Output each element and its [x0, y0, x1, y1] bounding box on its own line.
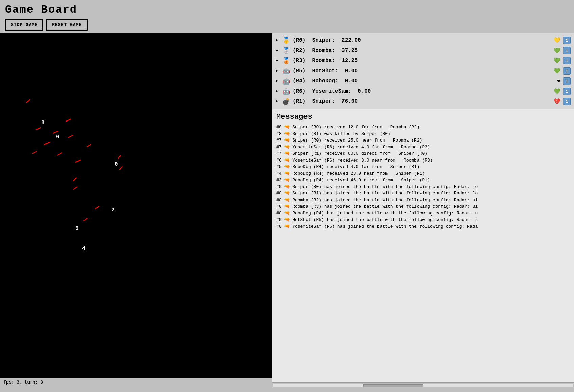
arrow-r4: ► — [276, 79, 280, 83]
reset-game-button[interactable]: RESET GAME — [46, 19, 88, 31]
scroll-area[interactable] — [272, 382, 574, 388]
message-line: #7 🔫 Sniper (R1) received 80.0 direct fr… — [276, 150, 570, 157]
message-line: #6 🔫 YosemiteSam (R6) received 8.0 near … — [276, 157, 570, 164]
heart-r1: 💔 — [554, 98, 560, 105]
name-r0: (R0) Sniper: 222.00 — [293, 37, 551, 43]
message-line: #0 🔫 Roomba (R2) has joined the battle w… — [276, 197, 570, 204]
bullet-2 — [36, 128, 41, 130]
messages-section: Messages #8 🔫 Sniper (R0) received 12.0 … — [272, 109, 574, 382]
name-r6: (R6) YosemiteSam: 0.00 — [293, 88, 551, 94]
tank-label-5: 5 — [75, 226, 79, 232]
info-r5[interactable]: i — [563, 67, 571, 75]
bullet-1 — [26, 99, 30, 103]
icon-r4: 🤖 — [282, 77, 290, 85]
icon-r1: 💣 — [282, 98, 290, 105]
bullet-15 — [83, 218, 87, 221]
tank-label-4: 4 — [82, 246, 86, 252]
tank-label-6: 6 — [56, 134, 59, 140]
score-row-r4[interactable]: ► 🤖 (R4) RoboDog: 0.00 ❤️ i — [272, 76, 574, 86]
message-line: #0 🔫 HotShot (R5) has joined the battle … — [276, 217, 570, 223]
game-canvas: 3 6 0 2 5 4 — [0, 33, 272, 388]
status-bar: fps: 3, turn: 8 — [0, 378, 272, 388]
bullet-3 — [32, 151, 37, 154]
icon-r6: 🤖 — [282, 88, 290, 95]
score-row-r6[interactable]: ► 🤖 (R6) YosemiteSam: 0.00 💚 i — [272, 86, 574, 96]
info-r6[interactable]: i — [563, 88, 571, 95]
score-row-r1[interactable]: ► 💣 (R1) Sniper: 76.00 💔 i — [272, 96, 574, 107]
score-row-r5[interactable]: ► 🤖 (R5) HotShot: 0.00 💚 i — [272, 66, 574, 76]
bullet-16 — [95, 206, 99, 209]
name-r5: (R5) HotShot: 0.00 — [293, 68, 551, 74]
icon-r0: 🥇 — [282, 37, 290, 44]
stop-game-button[interactable]: STOP GAME — [5, 19, 43, 31]
message-line: #0 🔫 YosemiteSam (R6) has joined the bat… — [276, 223, 570, 230]
name-r3: (R3) Roomba: 12.25 — [293, 58, 551, 64]
bullet-11 — [118, 155, 121, 159]
messages-title: Messages — [276, 113, 570, 121]
toolbar: STOP GAME RESET GAME — [0, 18, 574, 33]
message-line: #8 🔫 Sniper (R0) received 12.0 far from … — [276, 124, 570, 131]
bullet-7 — [68, 135, 73, 138]
arrow-r1: ► — [276, 99, 280, 104]
message-line: #5 🔫 RoboDog (R4) received 4.0 far from … — [276, 164, 570, 170]
bullet-13 — [73, 178, 76, 181]
info-r1[interactable]: i — [563, 98, 571, 105]
tank-label-3: 3 — [41, 120, 45, 126]
main-area: 3 6 0 2 5 4 — [0, 33, 574, 388]
heart-r5: 💚 — [554, 68, 560, 74]
bullet-6 — [66, 119, 71, 122]
score-row-r2[interactable]: ► 🥈 (R2) Roomba: 37.25 💚 i — [272, 45, 574, 56]
game-svg: 3 6 0 2 5 4 — [0, 33, 272, 378]
arrow-r0: ► — [276, 38, 280, 43]
message-line: #3 🔫 RoboDog (R4) received 46.0 direct f… — [276, 177, 570, 184]
message-line: #8 🔫 Sniper (R1) was killed by Sniper (R… — [276, 131, 570, 137]
arrow-r5: ► — [276, 69, 280, 73]
heart-r2: 💚 — [554, 47, 560, 54]
bullet-10 — [87, 144, 91, 147]
message-line: #0 🔫 Sniper (R0) has joined the battle w… — [276, 184, 570, 190]
scoreboard: ► 🥇 (R0) Sniper: 222.00 💛 i ► 🥈 (R2) Roo… — [272, 33, 574, 109]
heart-r0: 💛 — [554, 37, 560, 44]
bullet-5 — [53, 131, 58, 133]
arrow-r6: ► — [276, 89, 280, 94]
message-line: #0 🔫 Sniper (R1) has joined the battle w… — [276, 190, 570, 197]
info-r0[interactable]: i — [563, 37, 571, 44]
canvas-content: 3 6 0 2 5 4 — [0, 33, 272, 378]
icon-r5: 🤖 — [282, 67, 290, 75]
scroll-thumb[interactable] — [363, 384, 423, 387]
bullet-8 — [57, 153, 62, 155]
arrow-r3: ► — [276, 58, 280, 63]
bullet-4 — [44, 142, 50, 145]
scroll-track[interactable] — [273, 384, 573, 387]
name-r2: (R2) Roomba: 37.25 — [293, 48, 551, 54]
right-panel: ► 🥇 (R0) Sniper: 222.00 💛 i ► 🥈 (R2) Roo… — [272, 33, 574, 388]
name-r4: (R4) RoboDog: 0.00 — [293, 78, 554, 84]
message-line: #0 🔫 RoboDog (R4) has joined the battle … — [276, 210, 570, 217]
message-line: #4 🔫 RoboDog (R4) received 23.0 near fro… — [276, 170, 570, 177]
info-r2[interactable]: i — [563, 47, 571, 54]
page-title: Game Board — [5, 3, 569, 16]
bullet-9 — [75, 160, 81, 162]
arrow-r2: ► — [276, 48, 280, 53]
message-line: #7 🔫 YosemiteSam (R6) received 4.0 far f… — [276, 144, 570, 151]
header: Game Board — [0, 0, 574, 18]
message-line: #0 🔫 Roomba (R3) has joined the battle w… — [276, 203, 570, 210]
heart-r3: 💚 — [554, 57, 560, 64]
tank-label-2: 2 — [111, 207, 115, 213]
name-r1: (R1) Sniper: 76.00 — [293, 98, 551, 105]
status-text: fps: 3, turn: 8 — [3, 380, 43, 385]
bullet-12 — [119, 166, 122, 170]
info-r3[interactable]: i — [563, 57, 571, 64]
icon-r3: 🥉 — [282, 57, 290, 64]
heart-r6: 💚 — [554, 88, 560, 95]
bullet-14 — [73, 187, 77, 189]
heart-r4: ❤️ — [557, 78, 560, 85]
score-row-r0[interactable]: ► 🥇 (R0) Sniper: 222.00 💛 i — [272, 35, 574, 45]
tank-label-0: 0 — [115, 161, 118, 167]
message-line: #7 🔫 Sniper (R0) received 25.0 near from… — [276, 137, 570, 144]
score-row-r3[interactable]: ► 🥉 (R3) Roomba: 12.25 💚 i — [272, 56, 574, 66]
info-r4[interactable]: i — [563, 77, 571, 85]
icon-r2: 🥈 — [282, 47, 290, 54]
